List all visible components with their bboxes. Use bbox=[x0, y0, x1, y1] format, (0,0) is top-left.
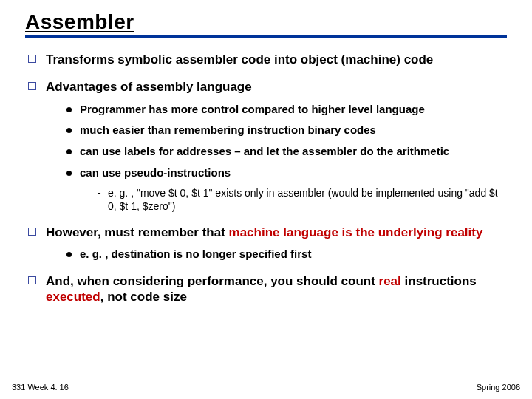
bullet-item: Transforms symbolic assembler code into … bbox=[28, 52, 507, 67]
bullet-text-emph: real bbox=[379, 274, 401, 288]
sub-bullet-text: can use labels for addresses – and let t… bbox=[80, 145, 449, 157]
slide-footer: 331 Week 4. 16 Spring 2006 bbox=[12, 383, 520, 392]
bullet-text: Advantages of assembly language bbox=[46, 80, 252, 94]
bullet-text-post: , not code size bbox=[100, 290, 187, 304]
slide: Assembler Transforms symbolic assembler … bbox=[0, 0, 532, 399]
sub2-bullet-text: e. g. , "move $t 0, $t 1" exists only in… bbox=[108, 187, 498, 212]
sub-bullet-item: much easier than remembering instruction… bbox=[66, 123, 507, 137]
slide-title: Assembler bbox=[25, 10, 507, 38]
sub-bullet-item: can use pseudo-instructions e. g. , "mov… bbox=[66, 166, 507, 213]
bullet-list-sub: Programmer has more control compared to … bbox=[66, 103, 507, 213]
bullet-item: However, must remember that machine lang… bbox=[28, 225, 507, 262]
bullet-item: Advantages of assembly language Programm… bbox=[28, 79, 507, 213]
sub-bullet-item: can use labels for addresses – and let t… bbox=[66, 145, 507, 159]
sub-bullet-text: Programmer has more control compared to … bbox=[80, 103, 425, 115]
bullet-text-emph: machine language is the underlying reali… bbox=[229, 225, 483, 239]
sub-bullet-item: e. g. , destination is no longer specifi… bbox=[66, 248, 507, 262]
footer-left: 331 Week 4. 16 bbox=[12, 383, 69, 392]
bullet-text-pre: However, must remember that bbox=[46, 225, 229, 239]
bullet-list-top: Transforms symbolic assembler code into … bbox=[28, 52, 507, 304]
bullet-text: Transforms symbolic assembler code into … bbox=[46, 52, 433, 66]
bullet-text-emph: executed bbox=[46, 290, 100, 304]
sub-bullet-text: can use pseudo-instructions bbox=[80, 166, 231, 179]
bullet-list-sub2: e. g. , "move $t 0, $t 1" exists only in… bbox=[98, 186, 507, 213]
sub-bullet-text: much easier than remembering instruction… bbox=[80, 123, 376, 136]
bullet-list-sub: e. g. , destination is no longer specifi… bbox=[66, 248, 507, 262]
bullet-text-mid: instructions bbox=[401, 274, 477, 288]
bullet-text-pre: And, when considering performance, you s… bbox=[46, 274, 379, 288]
sub-bullet-item: Programmer has more control compared to … bbox=[66, 103, 507, 117]
footer-right: Spring 2006 bbox=[477, 383, 520, 392]
bullet-item: And, when considering performance, you s… bbox=[28, 273, 507, 305]
sub-bullet-text: e. g. , destination is no longer specifi… bbox=[80, 248, 311, 260]
sub2-bullet-item: e. g. , "move $t 0, $t 1" exists only in… bbox=[98, 186, 507, 213]
